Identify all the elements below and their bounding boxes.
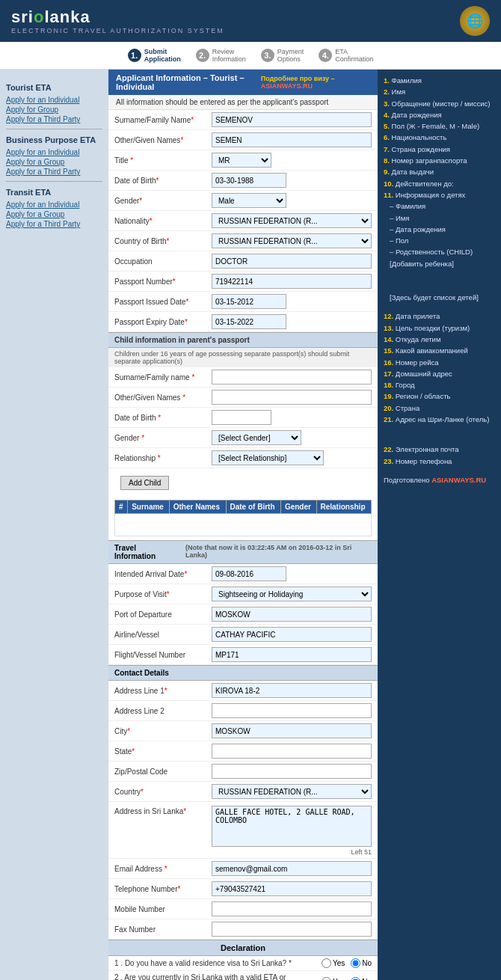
input-port[interactable] <box>212 607 372 622</box>
step-4-num: 4. <box>319 49 332 62</box>
decl-2-no-radio[interactable] <box>351 977 360 981</box>
input-mobile[interactable] <box>212 901 372 916</box>
select-gender[interactable]: MaleFemale <box>212 193 286 208</box>
decl-1-yes-label[interactable]: Yes <box>322 958 345 968</box>
col-dob: Date of Birth <box>226 500 280 514</box>
add-child-row: Add Child <box>108 468 378 497</box>
ann-11-sub6: [Добавить ребенка] <box>384 259 495 269</box>
declaration-q2: 2 . Are you currently in Sri Lanka with … <box>114 973 314 980</box>
declaration-q1: 1 . Do you have a valid residence visa t… <box>114 959 314 967</box>
sidebar-item-tourist-group[interactable]: Apply for Group <box>6 105 102 114</box>
row-email: Email Address * <box>108 859 378 879</box>
decl-1-yes-radio[interactable] <box>322 958 331 968</box>
input-passport-expiry[interactable] <box>212 314 286 329</box>
input-passport-number[interactable] <box>212 274 372 289</box>
sidebar-item-transit-individual[interactable]: Apply for an Individual <box>6 200 102 209</box>
decl-1-no-radio[interactable] <box>351 958 360 968</box>
input-airline[interactable] <box>212 627 372 642</box>
step-3-label: PaymentOptions <box>277 48 304 63</box>
sl-address-container: GALLE FACE HOTEL, 2 GALLE ROAD, COLOMBO … <box>212 806 372 856</box>
input-state[interactable] <box>212 744 372 759</box>
label-address1: Address Line 1* <box>114 687 212 695</box>
row-flight: Flight/Vessel Number <box>108 645 378 665</box>
input-telephone[interactable] <box>212 881 372 896</box>
ann-23: 23. Номер телефона <box>384 456 495 466</box>
input-email[interactable] <box>212 861 372 876</box>
col-gender: Gender <box>280 500 316 514</box>
input-passport-issued[interactable] <box>212 294 286 309</box>
input-surname[interactable] <box>212 112 372 127</box>
ann-18: 18. Город <box>384 380 495 390</box>
label-country-birth: Country of Birth* <box>114 237 212 245</box>
label-country: Country* <box>114 788 212 796</box>
input-child-given-names[interactable] <box>212 390 372 405</box>
select-nationality[interactable]: RUSSIAN FEDERATION (R... <box>212 213 372 228</box>
label-mobile: Mobile Number <box>114 905 212 913</box>
decl-1-no-label[interactable]: No <box>351 958 372 968</box>
input-city[interactable] <box>212 723 372 738</box>
input-occupation[interactable] <box>212 254 372 269</box>
decl-2-no-label[interactable]: No <box>351 977 372 981</box>
input-zip[interactable] <box>212 764 372 779</box>
step-4[interactable]: 4. ETAConfirmation <box>319 48 373 63</box>
header-logo: sriolanka ELECTRONIC TRAVEL AUTHORIZATIO… <box>11 7 224 34</box>
sidebar-item-tourist-individual[interactable]: Apply for an Individual <box>6 95 102 105</box>
select-country[interactable]: RUSSIAN FEDERATION (R... <box>212 784 372 799</box>
row-port: Port of Departure <box>108 604 378 625</box>
sidebar-item-business-third[interactable]: Apply for a Third Party <box>6 167 102 177</box>
label-child-relationship: Relationship * <box>114 454 212 462</box>
row-dob: Date of Birth* <box>108 171 378 191</box>
label-fax: Fax Number <box>114 925 212 934</box>
ann-21: 21. Адрес на Шри-Ланке (отель) <box>384 414 495 424</box>
ann-16: 16. Номер рейса <box>384 358 495 367</box>
sidebar-item-business-individual[interactable]: Apply for an Individual <box>6 147 102 157</box>
ann-14: 14. Откуда летим <box>384 334 495 344</box>
sidebar-item-transit-third[interactable]: Apply for a Third Party <box>6 219 102 229</box>
sidebar-item-tourist-third[interactable]: Apply for a Third Party <box>6 114 102 124</box>
row-address2: Address Line 2 <box>108 701 378 721</box>
input-sl-address[interactable]: GALLE FACE HOTEL, 2 GALLE ROAD, COLOMBO <box>212 806 372 847</box>
ann-17: 17. Домашний адрес <box>384 369 495 379</box>
row-child-gender: Gender * [Select Gender]MaleFemale <box>108 428 378 448</box>
step-1[interactable]: 1. SubmitApplication <box>128 48 181 63</box>
col-relationship: Relationship <box>316 500 372 514</box>
label-passport-issued: Passport Issued Date* <box>114 298 212 306</box>
input-fax[interactable] <box>212 922 372 937</box>
input-flight[interactable] <box>212 647 372 662</box>
input-given-names[interactable] <box>212 132 372 147</box>
travel-section-header: Travel Information (Note that now it is … <box>108 540 378 564</box>
select-child-gender[interactable]: [Select Gender]MaleFemale <box>212 430 301 445</box>
input-address1[interactable] <box>212 683 372 698</box>
input-address2[interactable] <box>212 703 372 718</box>
step-2[interactable]: 2. ReviewInformation <box>196 48 246 63</box>
ann-11-sub7: [Здесь будет список детей] <box>384 293 495 302</box>
decl-2-yes-label[interactable]: Yes <box>322 977 345 981</box>
input-child-surname[interactable] <box>212 370 372 385</box>
select-title[interactable]: MRMRSMISS <box>212 153 271 168</box>
step-2-label: ReviewInformation <box>212 48 246 63</box>
tourist-eta-title: Tourist ETA <box>6 83 102 92</box>
select-country-birth[interactable]: RUSSIAN FEDERATION (R... <box>212 233 372 248</box>
sidebar-item-transit-group[interactable]: Apply for a Group <box>6 209 102 219</box>
ann-10: 10. Действителен до: <box>384 179 495 189</box>
step-2-num: 2. <box>196 49 209 62</box>
step-3[interactable]: 3. PaymentOptions <box>261 48 304 63</box>
ann-11-sub3: – Дата рождения <box>384 224 495 234</box>
ann-11-sub2: – Имя <box>384 213 495 223</box>
decl-2-yes-radio[interactable] <box>322 977 331 981</box>
child-table: # Surname Other Names Date of Birth Gend… <box>114 500 372 536</box>
row-city: City* <box>108 721 378 741</box>
input-arrival-date[interactable] <box>212 566 286 581</box>
row-title: Title * MRMRSMISS <box>108 150 378 171</box>
input-dob[interactable] <box>212 173 286 188</box>
select-purpose[interactable]: Sightseeing or Holidaying <box>212 587 372 601</box>
add-child-button[interactable]: Add Child <box>120 476 169 490</box>
sidebar-item-business-group[interactable]: Apply for a Group <box>6 157 102 167</box>
row-passport-expiry: Passport Expiry Date* <box>108 312 378 332</box>
form-header-right: Подробнее про визу – ASIANWAYS.RU <box>261 75 370 90</box>
row-country-birth: Country of Birth* RUSSIAN FEDERATION (R.… <box>108 231 378 251</box>
select-child-relationship[interactable]: [Select Relationship]CHILD <box>212 450 324 465</box>
annotation-panel: 1. Фамилия 2. Имя 3. Обращение (мистер /… <box>378 70 501 980</box>
input-child-dob[interactable] <box>212 410 271 425</box>
col-hash: # <box>115 500 128 514</box>
